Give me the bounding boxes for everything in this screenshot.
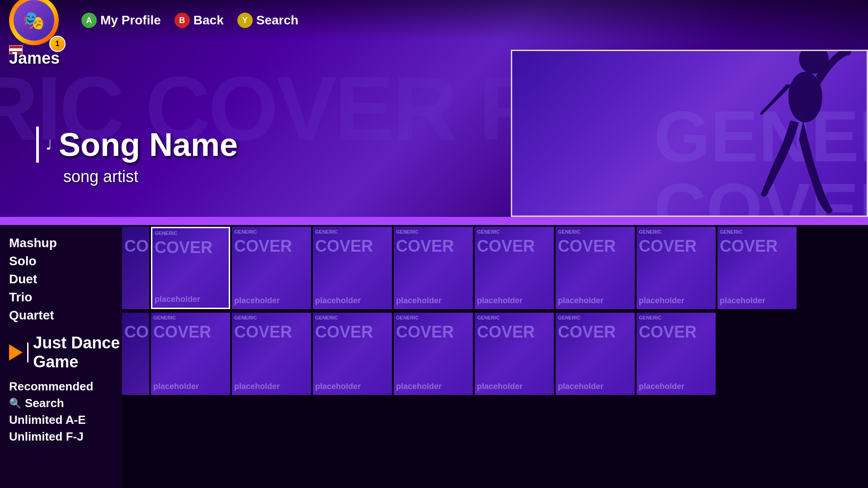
song-artist: song artist bbox=[63, 167, 238, 186]
song-title-bar: ♩ Song Name bbox=[36, 127, 238, 163]
song-card[interactable]: Generic COVER placeholder bbox=[556, 227, 635, 309]
avatar-image: 🎭 bbox=[14, 0, 54, 41]
filter-mashup[interactable]: Mashup bbox=[9, 234, 122, 252]
category-list: Recommended 🔍 Search Unlimited A-E Unlim… bbox=[9, 378, 122, 445]
category-recommended[interactable]: Recommended bbox=[9, 378, 122, 395]
game-mode-label: Just Dance Game bbox=[33, 333, 122, 371]
nav-buttons: A My Profile B Back Y Search bbox=[81, 13, 298, 28]
song-row-2: COVER Generic COVER placeholder Generic … bbox=[122, 311, 868, 397]
song-note-icon: ♩ bbox=[46, 137, 52, 153]
unlimited-fj-label: Unlimited F-J bbox=[9, 430, 84, 444]
song-row-1: COVER Generic COVER placeholder Generic … bbox=[122, 225, 868, 311]
song-card[interactable]: Generic COVER placeholder bbox=[394, 313, 473, 395]
filter-duet[interactable]: Duet bbox=[9, 270, 122, 288]
song-info-panel: ♩ Song Name song artist bbox=[36, 127, 238, 186]
search-btn-icon: Y bbox=[237, 13, 253, 28]
song-grid: COVER Generic COVER placeholder Generic … bbox=[122, 225, 868, 488]
left-sidebar: Mashup Solo Duet Trio Quartet Just Dance… bbox=[0, 225, 122, 488]
unlimited-ae-label: Unlimited A-E bbox=[9, 413, 85, 427]
accent-bar bbox=[0, 217, 868, 225]
song-card[interactable]: Generic COVER placeholder bbox=[556, 313, 635, 395]
search-icon: 🔍 bbox=[9, 398, 21, 409]
recommended-label: Recommended bbox=[9, 380, 93, 394]
song-card[interactable]: Generic COVER placeholder bbox=[313, 313, 392, 395]
game-mode-bar: Just Dance Game bbox=[9, 333, 122, 371]
song-title: Song Name bbox=[59, 128, 238, 161]
mode-accent-line bbox=[27, 343, 28, 362]
category-unlimited-fj[interactable]: Unlimited F-J bbox=[9, 428, 122, 445]
svg-point-1 bbox=[788, 72, 822, 123]
back-btn-icon: B bbox=[175, 13, 190, 28]
song-card[interactable]: Generic COVER placeholder bbox=[232, 227, 311, 309]
category-unlimited-ae[interactable]: Unlimited A-E bbox=[9, 412, 122, 428]
song-card[interactable]: Generic COVER placeholder bbox=[717, 227, 797, 309]
filter-solo[interactable]: Solo bbox=[9, 252, 122, 270]
bottom-section: Mashup Solo Duet Trio Quartet Just Dance… bbox=[0, 225, 868, 488]
song-card[interactable]: Generic COVER placeholder bbox=[475, 313, 554, 395]
song-card[interactable]: Generic COVER placeholder bbox=[475, 227, 554, 309]
avatar-container: 🎭 1 James bbox=[9, 0, 68, 54]
dancer-silhouette bbox=[722, 50, 868, 217]
song-card[interactable]: Generic COVER placeholder bbox=[313, 227, 392, 309]
profile-btn-icon: A bbox=[81, 13, 97, 28]
partial-card-left-2: COVER bbox=[122, 313, 149, 395]
filter-list: Mashup Solo Duet Trio Quartet bbox=[9, 234, 122, 324]
back-button[interactable]: B Back bbox=[175, 13, 224, 28]
search-label: Search bbox=[25, 396, 64, 410]
song-card[interactable]: Generic COVER placeholder bbox=[151, 313, 230, 395]
search-button[interactable]: Y Search bbox=[237, 13, 298, 28]
filter-trio[interactable]: Trio bbox=[9, 288, 122, 306]
song-card[interactable]: Generic COVER placeholder bbox=[232, 313, 311, 395]
my-profile-button[interactable]: A My Profile bbox=[81, 13, 161, 28]
song-card[interactable]: Generic COVER placeholder bbox=[637, 313, 716, 395]
song-card[interactable]: Generic COVER placeholder bbox=[637, 227, 716, 309]
filter-quartet[interactable]: Quartet bbox=[9, 306, 122, 324]
username-label: James bbox=[9, 49, 60, 68]
song-card[interactable]: Generic COVER placeholder bbox=[394, 227, 473, 309]
title-accent-line bbox=[36, 127, 39, 163]
preview-panel: Generic COVER placeholder bbox=[511, 50, 868, 217]
partial-card-left: COVER bbox=[122, 227, 149, 309]
song-card[interactable]: Generic COVER placeholder bbox=[151, 227, 230, 309]
top-navigation: 🎭 1 James A My Profile B Back Y Search bbox=[0, 0, 868, 41]
category-search[interactable]: 🔍 Search bbox=[9, 395, 122, 412]
play-icon bbox=[9, 344, 23, 361]
